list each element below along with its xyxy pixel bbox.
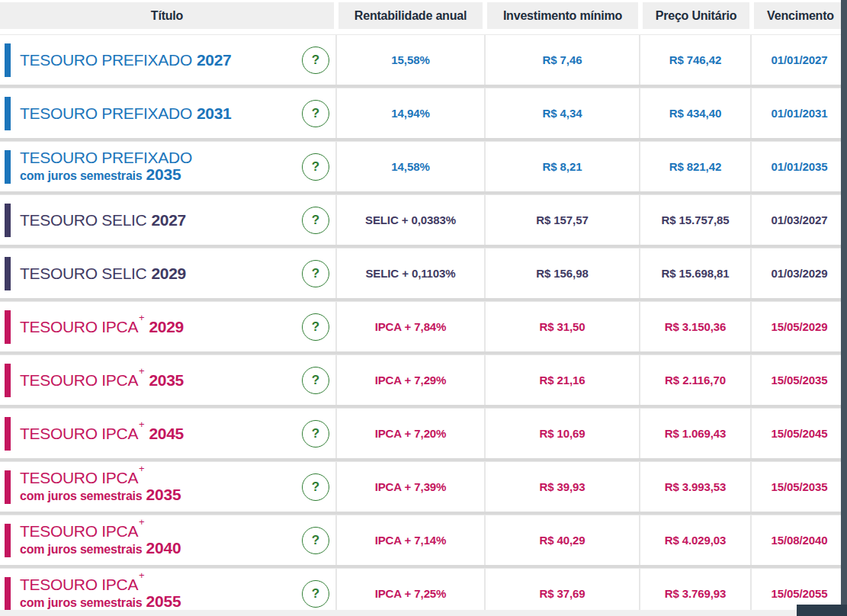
min-investment-value: R$ 4,34 [543, 107, 582, 120]
maturity-date-value: 01/03/2029 [771, 267, 827, 280]
bond-title-cell: TESOURO IPCA+2045 ? [0, 409, 335, 458]
maturity-date-value: 01/01/2035 [771, 160, 827, 173]
maturity-cell: 15/05/2035 [750, 355, 847, 405]
annual-rate-cell: IPCA + 7,14% [335, 515, 484, 565]
bond-name: TESOURO IPCA [20, 469, 138, 486]
annual-rate-value: SELIC + 0,0383% [365, 213, 456, 226]
unit-price-value: R$ 4.029,03 [665, 534, 727, 547]
bond-name: TESOURO IPCA [20, 576, 138, 593]
annual-rate-value: IPCA + 7,20% [375, 427, 447, 440]
question-mark-glyph: ? [312, 106, 319, 121]
bond-row[interactable]: TESOURO SELIC2027 ? SELIC + 0,0383% R$ 1… [0, 194, 847, 245]
maturity-cell: 01/01/2027 [750, 35, 847, 85]
bond-name: TESOURO IPCA [20, 522, 138, 540]
bond-subtitle: com juros semestrais [20, 543, 143, 556]
bond-title-cell: TESOURO PREFIXADO2031 ? [0, 88, 335, 138]
bond-title-cell: TESOURO SELIC2029 ? [0, 249, 335, 298]
annual-rate-cell: 14,94% [335, 88, 484, 138]
unit-price-cell: R$ 15.757,85 [639, 195, 750, 245]
min-investment-value: R$ 10,69 [539, 427, 585, 440]
help-icon[interactable]: ? [302, 313, 329, 341]
bond-row[interactable]: TESOURO IPCA+2045 ? IPCA + 7,20% R$ 10,6… [0, 408, 847, 458]
maturity-cell: 01/01/2031 [750, 88, 847, 138]
bond-year: 2035 [146, 486, 181, 503]
bond-row[interactable]: TESOURO IPCA+ com juros semestrais2055 ?… [0, 568, 847, 616]
unit-price-value: R$ 434,40 [669, 107, 721, 120]
bond-year: 2029 [149, 318, 184, 335]
unit-price-cell: R$ 746,42 [639, 35, 750, 85]
bond-row[interactable]: TESOURO IPCA+2029 ? IPCA + 7,84% R$ 31,5… [0, 301, 847, 351]
bond-year: 2055 [146, 592, 181, 610]
unit-price-value: R$ 746,42 [669, 53, 721, 66]
bond-row[interactable]: TESOURO PREFIXADO2031 ? 14,94% R$ 4,34 R… [0, 88, 847, 138]
min-investment-value: R$ 31,50 [539, 320, 585, 333]
help-icon[interactable]: ? [302, 153, 329, 181]
maturity-cell: 01/03/2029 [750, 249, 847, 298]
min-investment-value: R$ 8,21 [543, 160, 582, 173]
bond-year: 2027 [151, 211, 186, 229]
help-icon[interactable]: ? [302, 207, 329, 234]
unit-price-value: R$ 15.698,81 [662, 267, 730, 280]
min-investment-value: R$ 157,57 [536, 213, 588, 226]
right-edge-panel [841, 0, 847, 616]
min-investment-value: R$ 156,98 [536, 267, 588, 280]
help-icon[interactable]: ? [302, 420, 329, 448]
unit-price-cell: R$ 15.698,81 [639, 249, 750, 298]
annual-rate-cell: IPCA + 7,39% [335, 462, 484, 512]
bond-row[interactable]: TESOURO PREFIXADO2027 ? 15,58% R$ 7,46 R… [0, 34, 847, 85]
maturity-date-value: 01/01/2031 [771, 107, 827, 120]
bond-row[interactable]: TESOURO IPCA+ com juros semestrais2040 ?… [0, 515, 847, 565]
question-mark-glyph: ? [312, 533, 319, 548]
help-icon[interactable]: ? [302, 527, 329, 554]
bond-year: 2027 [197, 51, 232, 69]
bond-name: TESOURO PREFIXADO [20, 51, 192, 69]
bond-title: TESOURO IPCA+2035 [0, 372, 184, 389]
annual-rate-value: IPCA + 7,14% [375, 534, 447, 547]
bottom-edge-strip [0, 610, 847, 616]
help-icon[interactable]: ? [302, 580, 329, 608]
annual-rate-cell: SELIC + 0,0383% [335, 195, 484, 245]
help-icon[interactable]: ? [302, 100, 329, 127]
table-header: Título Rentabilidade anual Investimento … [0, 2, 847, 29]
table-body: TESOURO PREFIXADO2027 ? 15,58% R$ 7,46 R… [0, 34, 847, 616]
category-color-bar [5, 310, 11, 344]
maturity-date-value: 15/08/2040 [771, 534, 827, 547]
maturity-cell: 15/05/2029 [750, 302, 847, 351]
bond-title-cell: TESOURO PREFIXADO com juros semestrais20… [0, 142, 335, 191]
maturity-cell: 01/01/2035 [750, 142, 847, 191]
help-icon[interactable]: ? [302, 47, 329, 74]
bond-row[interactable]: TESOURO PREFIXADO com juros semestrais20… [0, 141, 847, 191]
min-investment-cell: R$ 10,69 [484, 409, 639, 458]
category-color-bar [5, 204, 11, 237]
min-investment-cell: R$ 4,34 [484, 88, 639, 138]
bond-title-cell: TESOURO SELIC2027 ? [0, 195, 335, 245]
unit-price-value: R$ 3.769,93 [665, 587, 727, 600]
bond-name: TESOURO IPCA [20, 425, 138, 442]
unit-price-value: R$ 15.757,85 [662, 213, 730, 226]
bond-name: TESOURO PREFIXADO [20, 104, 192, 122]
annual-rate-cell: 15,58% [335, 35, 484, 85]
maturity-date-value: 15/05/2055 [771, 587, 827, 600]
bond-row[interactable]: TESOURO IPCA+2035 ? IPCA + 7,29% R$ 21,1… [0, 355, 847, 405]
bond-row[interactable]: TESOURO SELIC2029 ? SELIC + 0,1103% R$ 1… [0, 248, 847, 298]
bond-title: TESOURO IPCA+ com juros semestrais2055 [0, 576, 181, 611]
maturity-cell: 15/05/2035 [750, 462, 847, 512]
bond-title-cell: TESOURO IPCA+2029 ? [0, 302, 335, 351]
help-icon[interactable]: ? [302, 260, 329, 287]
question-mark-glyph: ? [312, 373, 319, 388]
min-investment-value: R$ 7,46 [543, 53, 582, 66]
unit-price-value: R$ 3.150,36 [665, 320, 727, 333]
bond-row[interactable]: TESOURO IPCA+ com juros semestrais2035 ?… [0, 461, 847, 512]
min-investment-cell: R$ 156,98 [484, 249, 639, 298]
bond-year: 2031 [197, 104, 232, 122]
annual-rate-cell: IPCA + 7,84% [335, 302, 484, 351]
bond-name: TESOURO SELIC [20, 211, 146, 229]
help-icon[interactable]: ? [302, 473, 329, 501]
bond-title: TESOURO PREFIXADO com juros semestrais20… [0, 149, 197, 184]
bond-title: TESOURO SELIC2029 [0, 265, 186, 282]
unit-price-cell: R$ 434,40 [639, 88, 750, 138]
help-icon[interactable]: ? [302, 367, 329, 394]
maturity-date-value: 15/05/2045 [771, 427, 827, 440]
min-investment-cell: R$ 39,93 [484, 462, 639, 512]
category-color-bar [5, 97, 11, 130]
